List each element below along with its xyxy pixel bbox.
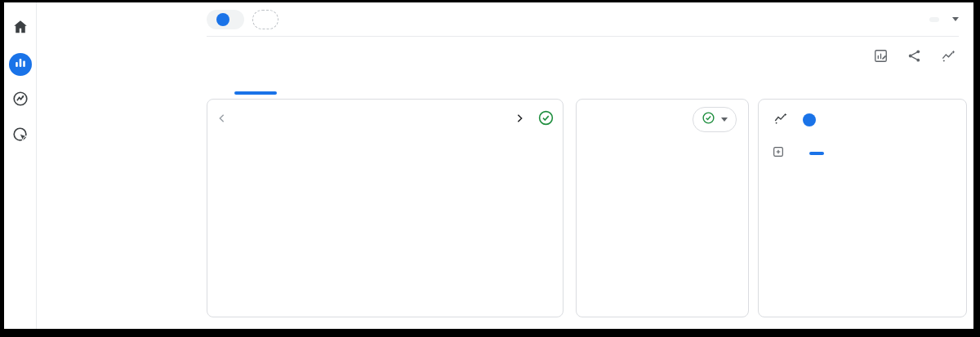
metrics-scroll-left-button[interactable] [212,112,232,125]
audience-avatar [216,13,229,26]
insights-panel-button[interactable] [940,48,957,66]
insights-sparkline-icon [772,111,790,129]
advertising-icon [11,126,29,147]
nav-explore-button[interactable] [9,89,32,112]
insights-card [758,99,967,317]
users-per-minute-bar-chart [588,145,737,171]
page-title-bar [192,37,973,74]
main-content [192,2,973,329]
app-window [4,2,973,329]
key-metrics-card [207,99,564,317]
reports-sidebar [38,2,192,329]
nav-home-button[interactable] [9,17,32,40]
data-quality-check-icon[interactable] [537,109,555,126]
insights-count-badge [803,113,816,126]
new-badge [809,152,824,155]
recommendation-icon [772,145,785,162]
share-icon [906,48,922,66]
comparison-bar [192,2,973,36]
users-trend-line-chart [207,147,564,302]
add-comparison-button[interactable] [252,10,278,29]
active-metric-tab-indicator [234,91,277,95]
audience-chip-all-users[interactable] [207,10,244,29]
insights-sparkline-icon [940,48,957,66]
home-icon [11,18,29,39]
date-preset-badge [929,17,939,22]
caret-down-icon [721,118,728,122]
nav-reports-button[interactable] [9,53,32,76]
customize-report-button[interactable] [873,48,889,66]
share-report-button[interactable] [906,48,922,66]
app-navigation-rail [4,2,37,329]
explore-icon [11,90,29,111]
nav-advertising-button[interactable] [9,125,32,148]
check-circle-icon [702,111,715,128]
edit-chart-icon [873,48,889,66]
bar-chart-icon [14,56,27,73]
date-range-picker[interactable] [947,17,959,21]
realtime-card [576,99,749,317]
metrics-scroll-right-button[interactable] [510,112,529,125]
metric-row [207,100,563,126]
realtime-status-dropdown[interactable] [693,107,737,132]
caret-down-icon [952,17,959,21]
countries-table-header [588,183,737,189]
